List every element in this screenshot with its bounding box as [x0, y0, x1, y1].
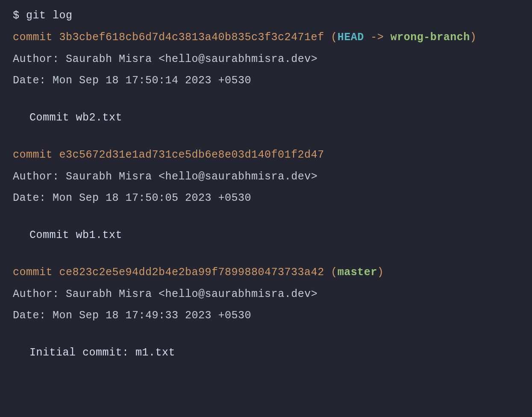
commit-hash: ce823c2e5e94dd2b4e2ba99f7899880473733a42 [59, 266, 324, 279]
commit-label: commit [13, 266, 53, 279]
date-line: Date: Mon Sep 18 17:50:14 2023 +0530 [13, 73, 519, 89]
commit-message: Commit wb1.txt [13, 227, 519, 244]
command-prompt: $ git log [13, 8, 519, 24]
prompt-symbol: $ [13, 9, 20, 22]
author-line: Author: Saurabh Misra <hello@saurabhmisr… [13, 51, 519, 68]
branch-name: wrong-branch [391, 31, 470, 44]
date-label: Date: [13, 74, 53, 87]
commit-message: Commit wb2.txt [13, 110, 519, 126]
refs-close: ) [470, 31, 477, 44]
author-label: Author: [13, 288, 59, 300]
branch-name: master [338, 266, 377, 279]
date-label: Date: [13, 192, 53, 204]
date-value: Mon Sep 18 17:50:05 2023 +0530 [53, 192, 251, 204]
author-value: Saurabh Misra <hello@saurabhmisra.dev> [66, 288, 317, 300]
commit-label: commit [13, 31, 53, 44]
date-line: Date: Mon Sep 18 17:50:05 2023 +0530 [13, 190, 519, 207]
author-label: Author: [13, 53, 59, 65]
refs-close: ) [377, 266, 384, 279]
commit-entry: commit ce823c2e5e94dd2b4e2ba99f789988047… [13, 264, 519, 361]
commit-label: commit [13, 149, 53, 161]
head-ref: HEAD [338, 31, 364, 44]
date-line: Date: Mon Sep 18 17:49:33 2023 +0530 [13, 308, 519, 324]
arrow-icon: -> [364, 31, 391, 44]
author-label: Author: [13, 170, 59, 183]
date-value: Mon Sep 18 17:50:14 2023 +0530 [53, 74, 251, 87]
author-line: Author: Saurabh Misra <hello@saurabhmisr… [13, 169, 519, 185]
commit-hash: 3b3cbef618cb6d7d4c3813a40b835c3f3c2471ef [59, 31, 324, 44]
refs-open: ( [324, 266, 338, 279]
commit-entry: commit e3c5672d31e1ad731ce5db6e8e03d140f… [13, 147, 519, 244]
date-label: Date: [13, 309, 53, 322]
command-text: git log [26, 9, 73, 22]
commit-hash: e3c5672d31e1ad731ce5db6e8e03d140f01f2d47 [59, 149, 324, 161]
author-value: Saurabh Misra <hello@saurabhmisra.dev> [66, 170, 317, 183]
commit-hash-line: commit ce823c2e5e94dd2b4e2ba99f789988047… [13, 264, 519, 281]
author-line: Author: Saurabh Misra <hello@saurabhmisr… [13, 286, 519, 303]
commit-message: Initial commit: m1.txt [13, 345, 519, 361]
refs-open: ( [324, 31, 338, 44]
commit-hash-line: commit 3b3cbef618cb6d7d4c3813a40b835c3f3… [13, 29, 519, 46]
author-value: Saurabh Misra <hello@saurabhmisra.dev> [66, 53, 317, 65]
commit-hash-line: commit e3c5672d31e1ad731ce5db6e8e03d140f… [13, 147, 519, 164]
date-value: Mon Sep 18 17:49:33 2023 +0530 [53, 309, 251, 322]
commit-entry: commit 3b3cbef618cb6d7d4c3813a40b835c3f3… [13, 29, 519, 126]
